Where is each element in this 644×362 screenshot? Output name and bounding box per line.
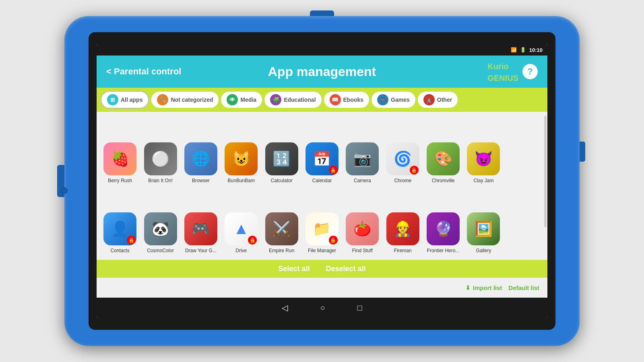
- calculator-label: Calculator: [271, 178, 293, 183]
- import-bar: ⬇ Import list Default list: [97, 278, 547, 298]
- default-list-button[interactable]: Default list: [508, 284, 539, 291]
- app-cosmocolor[interactable]: 🐼 CosmoColor: [140, 186, 180, 256]
- status-time: 10:10: [529, 47, 543, 53]
- calculator-icon: 🔢: [265, 142, 298, 175]
- not-cat-icon: 🔧: [157, 94, 168, 105]
- drive-label: Drive: [235, 248, 247, 253]
- camera-icon: 📷: [346, 142, 379, 175]
- logo-text: Kurio GENIUS: [487, 60, 518, 83]
- tab-media[interactable]: 👁 Media: [221, 92, 262, 108]
- tab-all-apps-label: All apps: [121, 97, 142, 103]
- app-camera[interactable]: 📷 Camera: [342, 116, 382, 186]
- brain-it-icon: ⚪: [144, 142, 177, 175]
- tab-ebooks[interactable]: 📖 Ebooks: [324, 92, 369, 108]
- clay-jam-label: Clay Jam: [473, 178, 493, 183]
- contacts-label: Contacts: [111, 248, 130, 253]
- app-brain-it-on[interactable]: ⚪ Brain It On!: [140, 116, 180, 186]
- back-nav-button[interactable]: ◁: [282, 303, 288, 313]
- header: < Parental control App management Kurio …: [97, 56, 547, 88]
- find-stuff-label: Find Stuff: [352, 248, 373, 253]
- file-manager-label: File Manager: [308, 248, 336, 253]
- berry-rush-label: Berry Rush: [108, 178, 132, 183]
- find-stuff-icon: 🍅: [346, 212, 379, 245]
- tab-educational-label: Educational: [284, 97, 316, 103]
- file-manager-icon: 📁 🔒: [305, 212, 339, 245]
- clay-jam-icon: 😈: [467, 142, 500, 175]
- app-bunbunbam[interactable]: 😺 BunBunBam: [221, 116, 261, 186]
- drive-icon: ▲ 🔒: [225, 212, 258, 245]
- import-list-label: Import list: [473, 284, 502, 291]
- scroll-indicator: [544, 116, 547, 227]
- app-grid: 🍓 Berry Rush ⚪ Brain It On! 🌐 Browser 😺 …: [97, 112, 547, 260]
- app-file-manager[interactable]: 📁 🔒 File Manager: [302, 186, 342, 256]
- logo-genius: GENIUS: [487, 74, 518, 82]
- app-find-stuff[interactable]: 🍅 Find Stuff: [342, 186, 382, 256]
- games-icon: 🎮: [377, 94, 388, 105]
- cosmocolor-icon: 🐼: [144, 212, 177, 245]
- app-empire-run[interactable]: ⚔️ Empire Run: [261, 186, 301, 256]
- app-clay-jam[interactable]: 😈 Clay Jam: [463, 116, 504, 186]
- nav-bar: ◁ ○ □: [97, 298, 547, 318]
- help-button[interactable]: ?: [522, 64, 538, 79]
- side-button: [580, 142, 585, 162]
- recent-nav-button[interactable]: □: [357, 303, 362, 313]
- back-button[interactable]: < Parental control: [106, 66, 214, 77]
- tab-media-label: Media: [240, 97, 256, 103]
- tab-other[interactable]: ✂️ Other: [418, 92, 458, 108]
- grid-spacer: [504, 116, 544, 186]
- app-drive[interactable]: ▲ 🔒 Drive: [221, 186, 261, 256]
- import-list-button[interactable]: ⬇ Import list: [465, 284, 502, 292]
- app-area: 🍓 Berry Rush ⚪ Brain It On! 🌐 Browser 😺 …: [97, 112, 547, 298]
- app-contacts[interactable]: 👤 🔒 Contacts: [100, 186, 140, 256]
- camera-label: Camera: [354, 178, 371, 183]
- empire-run-icon: ⚔️: [265, 212, 298, 245]
- app-frontier-hero[interactable]: 🔮 Frontier Hero...: [423, 186, 463, 256]
- browser-label: Browser: [192, 178, 210, 183]
- deselect-all-button[interactable]: Deselect all: [326, 265, 365, 273]
- app-browser[interactable]: 🌐 Browser: [181, 116, 221, 186]
- tab-all-apps[interactable]: ⊞ All apps: [101, 91, 149, 109]
- tab-not-categorized[interactable]: 🔧 Not categorized: [151, 92, 219, 108]
- ebooks-icon: 📖: [330, 94, 341, 105]
- educational-icon: 🧩: [270, 94, 281, 105]
- select-all-button[interactable]: Select all: [278, 265, 310, 273]
- tab-other-label: Other: [437, 97, 452, 103]
- tab-games[interactable]: 🎮 Games: [372, 92, 415, 108]
- app-berry-rush[interactable]: 🍓 Berry Rush: [100, 116, 140, 186]
- grid-spacer2: [504, 186, 544, 256]
- default-list-label: Default list: [508, 284, 539, 291]
- category-bar: ⊞ All apps 🔧 Not categorized 👁 Media 🧩 E…: [97, 88, 547, 112]
- drive-lock-badge: 🔒: [248, 236, 257, 245]
- app-calculator[interactable]: 🔢 Calculator: [261, 116, 301, 186]
- camera-dot: [61, 187, 68, 194]
- app-calendar[interactable]: 📅 🔒 Calendar: [302, 116, 342, 186]
- logo-kurio: Kurio: [487, 62, 508, 71]
- tab-not-cat-label: Not categorized: [171, 97, 213, 103]
- bunbunbam-label: BunBunBam: [228, 178, 255, 183]
- calendar-label: Calendar: [312, 178, 332, 183]
- tab-educational[interactable]: 🧩 Educational: [264, 92, 321, 108]
- draw-game-label: Draw Your G...: [185, 248, 217, 253]
- app-chromville[interactable]: 🎨 Chromville: [423, 116, 463, 186]
- app-fireman[interactable]: 👷 Fireman: [383, 186, 423, 256]
- app-draw-game[interactable]: 🎮 Draw Your G...: [181, 186, 221, 256]
- chrome-lock-badge: 🔒: [410, 166, 419, 175]
- chrome-icon: 🌀 🔒: [386, 142, 419, 175]
- screen: 📶 🔋 10:10 < Parental control App managem…: [97, 44, 547, 318]
- frontier-hero-icon: 🔮: [427, 212, 460, 245]
- berry-rush-icon: 🍓: [103, 142, 136, 175]
- contacts-icon: 👤 🔒: [103, 212, 136, 245]
- app-gallery[interactable]: 🖼️ Gallery: [463, 186, 504, 256]
- app-chrome[interactable]: 🌀 🔒 Chrome: [383, 116, 423, 186]
- home-nav-button[interactable]: ○: [320, 303, 325, 313]
- calendar-lock-badge: 🔒: [329, 166, 338, 175]
- chromville-icon: 🎨: [427, 142, 460, 175]
- media-icon: 👁: [227, 94, 238, 105]
- tablet-bezel: 📶 🔋 10:10 < Parental control App managem…: [89, 32, 555, 330]
- all-apps-icon: ⊞: [107, 94, 118, 105]
- page-title: App management: [214, 64, 430, 79]
- draw-game-icon: 🎮: [184, 212, 217, 245]
- battery-icon: 🔋: [520, 47, 526, 53]
- chrome-label: Chrome: [394, 178, 411, 183]
- browser-icon: 🌐: [184, 142, 217, 175]
